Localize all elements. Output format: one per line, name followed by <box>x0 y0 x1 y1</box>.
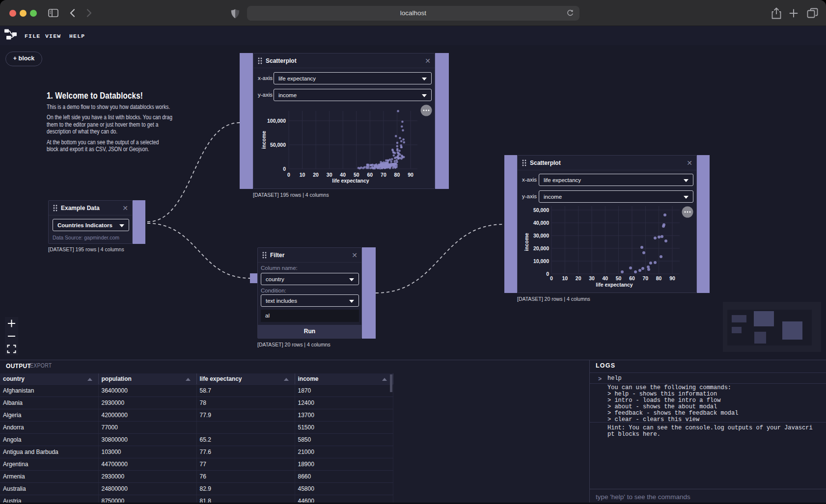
svg-text:40,000: 40,000 <box>533 220 549 226</box>
svg-text:10: 10 <box>562 275 568 281</box>
svg-text:30: 30 <box>327 172 332 178</box>
svg-text:80: 80 <box>394 172 400 178</box>
svg-text:50,000: 50,000 <box>270 142 286 148</box>
svg-text:80: 80 <box>656 275 662 281</box>
svg-text:20,000: 20,000 <box>533 245 549 251</box>
svg-text:30: 30 <box>589 275 595 281</box>
svg-text:50: 50 <box>354 172 359 178</box>
svg-text:60: 60 <box>629 275 635 281</box>
svg-text:0: 0 <box>283 166 286 172</box>
svg-text:20: 20 <box>313 172 319 178</box>
svg-text:income: income <box>261 131 267 149</box>
svg-text:income: income <box>523 233 529 251</box>
svg-text:90: 90 <box>408 172 413 178</box>
svg-text:70: 70 <box>642 275 648 281</box>
svg-text:0: 0 <box>287 172 290 178</box>
svg-text:50,000: 50,000 <box>533 207 549 213</box>
svg-text:70: 70 <box>381 172 386 178</box>
svg-text:0: 0 <box>546 271 549 277</box>
svg-text:10,000: 10,000 <box>533 258 549 264</box>
svg-text:90: 90 <box>669 275 675 281</box>
svg-text:0: 0 <box>550 275 553 281</box>
svg-text:40: 40 <box>602 275 608 281</box>
svg-text:10: 10 <box>300 172 305 178</box>
svg-text:30,000: 30,000 <box>533 233 549 239</box>
svg-text:life expectancy: life expectancy <box>332 178 369 184</box>
svg-text:60: 60 <box>367 172 373 178</box>
svg-text:50: 50 <box>616 275 622 281</box>
svg-text:40: 40 <box>340 172 346 178</box>
svg-text:100,000: 100,000 <box>267 118 286 124</box>
svg-text:20: 20 <box>576 275 581 281</box>
svg-text:life expectancy: life expectancy <box>596 282 633 288</box>
